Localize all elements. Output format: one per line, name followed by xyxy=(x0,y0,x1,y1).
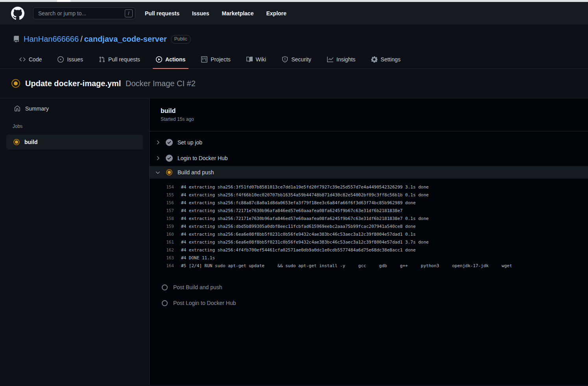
workflow-name-run-number: Docker Image CI #2 xyxy=(126,79,196,88)
repo-breadcrumb: HanHan666666/candjava_code-server xyxy=(24,35,167,44)
log-line-text: #4 extracting sha256:3f51fd07b8581013ce7… xyxy=(181,183,429,191)
job-started-timestamp: Started 15s ago xyxy=(161,116,588,122)
job-name: build xyxy=(24,139,37,145)
nav-pull-requests[interactable]: Pull requests xyxy=(145,10,179,17)
nav-marketplace[interactable]: Marketplace xyxy=(222,10,254,17)
check-circle-icon xyxy=(166,139,173,146)
log-line: 156#4 extracting sha256:fc88a87c8a0a1d8d… xyxy=(150,199,588,207)
global-search[interactable]: / xyxy=(33,7,135,19)
log-line-number[interactable]: 157 xyxy=(150,207,174,215)
log-line-number[interactable]: 158 xyxy=(150,215,174,223)
tab-actions[interactable]: Actions xyxy=(150,50,192,68)
search-input[interactable] xyxy=(38,10,125,17)
log-line-number[interactable]: 154 xyxy=(150,183,174,191)
tab-label: Pull requests xyxy=(108,56,140,63)
nav-explore[interactable]: Explore xyxy=(266,10,286,17)
tab-issues[interactable]: Issues xyxy=(51,50,89,68)
nav-issues[interactable]: Issues xyxy=(192,10,209,17)
log-line-text: #4 extracting sha256:dbd5b899305a0dbf8ee… xyxy=(181,223,416,231)
chevron-right-icon xyxy=(155,139,161,146)
gear-icon xyxy=(371,56,377,63)
pending-circle-icon xyxy=(162,284,168,290)
step-name: Login to Docker Hub xyxy=(178,155,228,161)
log-line-number[interactable]: 160 xyxy=(150,231,174,238)
tab-wiki[interactable]: Wiki xyxy=(240,50,272,68)
pending-circle-icon xyxy=(162,300,168,306)
tab-code[interactable]: Code xyxy=(13,50,48,68)
issue-opened-icon xyxy=(57,56,64,63)
log-line-number[interactable]: 162 xyxy=(150,246,174,254)
log-line: 154#4 extracting sha256:3f51fd07b8581013… xyxy=(150,183,588,191)
shield-icon xyxy=(282,56,288,63)
repo-icon xyxy=(13,36,20,42)
repo-name-link[interactable]: candjava_code-server xyxy=(84,35,167,43)
log-line-text: #4 extracting sha256:6ea6e08f8bb5f0231c0… xyxy=(181,238,429,246)
tab-security[interactable]: Security xyxy=(276,50,318,68)
step-name: Post Build and push xyxy=(173,284,222,290)
log-line-text: #4 extracting sha256:72171e7630b96afa846… xyxy=(181,215,429,223)
tab-settings[interactable]: Settings xyxy=(365,50,407,68)
step-name: Post Login to Docker Hub xyxy=(173,300,236,306)
check-circle-icon xyxy=(166,155,173,162)
repo-owner-link[interactable]: HanHan666666 xyxy=(24,35,79,43)
log-line: 160#4 extracting sha256:6ea6e08f8bb5f023… xyxy=(150,231,588,238)
tab-label: Code xyxy=(29,56,42,63)
run-in-progress-icon xyxy=(11,79,20,88)
jobs-section-label: Jobs xyxy=(0,115,149,133)
log-line-text: #4 extracting sha256:fc88a87c8a0a1d8da06… xyxy=(181,199,416,207)
job-log-panel: build Started 15s ago Set up job Login t… xyxy=(150,98,588,385)
home-icon xyxy=(14,105,20,112)
job-title: build xyxy=(161,107,588,115)
tab-label: Projects xyxy=(211,56,231,63)
chevron-down-icon xyxy=(155,169,161,175)
log-line-number[interactable]: 156 xyxy=(150,199,174,207)
summary-label: Summary xyxy=(25,105,49,112)
log-line-number[interactable]: 159 xyxy=(150,223,174,231)
job-steps: Set up job Login to Docker Hub Build and… xyxy=(150,131,588,179)
log-line-text: #4 extracting sha256:4f4fb700ef54461cfa0… xyxy=(181,246,416,254)
sidebar-item-summary[interactable]: Summary xyxy=(0,102,149,115)
log-line: 164#5 [2/4] RUN sudo apt-get update && s… xyxy=(150,262,588,270)
slash-shortcut-key: / xyxy=(125,9,133,17)
step-name: Set up job xyxy=(178,139,202,146)
log-line-text: #4 extracting sha256:72171e7630b96afa846… xyxy=(181,207,403,215)
log-line: 161#4 extracting sha256:6ea6e08f8bb5f023… xyxy=(150,238,588,246)
tab-label: Insights xyxy=(337,56,355,63)
workflow-run-header: Update docker-image.yml Docker Image CI … xyxy=(0,69,588,98)
log-line: 159#4 extracting sha256:dbd5b899305a0dbf… xyxy=(150,223,588,231)
tab-label: Issues xyxy=(67,56,83,63)
step-set-up-job[interactable]: Set up job xyxy=(150,135,588,150)
tab-insights[interactable]: Insights xyxy=(321,50,362,68)
github-logo-icon[interactable] xyxy=(11,7,24,20)
tab-label: Settings xyxy=(381,56,401,63)
log-line-number[interactable]: 163 xyxy=(150,254,174,262)
chevron-right-icon xyxy=(155,155,161,161)
project-icon xyxy=(201,56,207,63)
tab-label: Wiki xyxy=(256,56,266,63)
in-progress-icon xyxy=(166,169,173,176)
tab-label: Actions xyxy=(165,56,185,63)
sidebar-job-build[interactable]: build xyxy=(6,135,143,150)
log-line-number[interactable]: 161 xyxy=(150,238,174,246)
step-build-and-push[interactable]: Build and push xyxy=(150,166,588,179)
step-log-output: 154#4 extracting sha256:3f51fd07b8581013… xyxy=(150,179,588,274)
graph-icon xyxy=(327,56,333,63)
top-navbar: / Pull requests Issues Marketplace Explo… xyxy=(0,2,588,24)
log-line-number[interactable]: 164 xyxy=(150,262,174,270)
log-line: 162#4 extracting sha256:4f4fb700ef54461c… xyxy=(150,246,588,254)
log-line-text: #4 extracting sha256:f4f66b10ec020707bb1… xyxy=(181,191,429,199)
tab-pull-requests[interactable]: Pull requests xyxy=(92,50,146,68)
run-sidebar: Summary Jobs build xyxy=(0,98,150,385)
log-line: 163#4 DONE 11.1s xyxy=(150,254,588,262)
pending-steps: Post Build and push Post Login to Docker… xyxy=(150,274,588,311)
repo-header: HanHan666666/candjava_code-server Public xyxy=(0,24,588,44)
tab-projects[interactable]: Projects xyxy=(195,50,237,68)
step-post-login-to-docker-hub: Post Login to Docker Hub xyxy=(150,295,588,311)
step-login-to-docker-hub[interactable]: Login to Docker Hub xyxy=(150,150,588,166)
step-name: Build and push xyxy=(178,169,214,175)
code-icon xyxy=(19,56,26,63)
tab-label: Security xyxy=(291,56,311,63)
job-panel-header: build Started 15s ago xyxy=(150,98,588,131)
log-line-number[interactable]: 155 xyxy=(150,191,174,199)
log-line-text: #4 DONE 11.1s xyxy=(181,254,215,262)
